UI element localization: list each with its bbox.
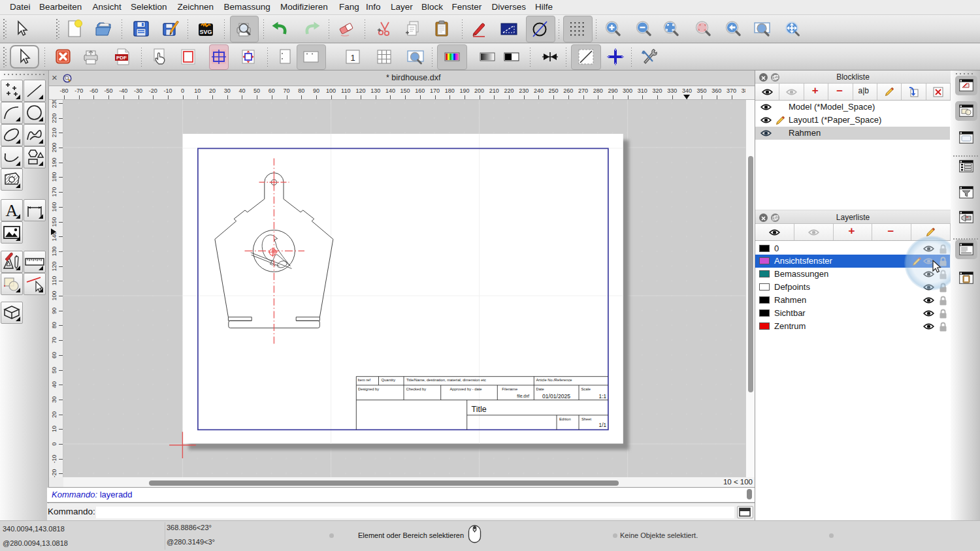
svg-text:Sheet: Sheet: [581, 417, 592, 421]
svg-text:Scale: Scale: [581, 387, 591, 391]
svg-text:PDF: PDF: [116, 55, 127, 61]
svg-text:Title: Title: [472, 405, 487, 414]
svg-text:file.dxf: file.dxf: [517, 394, 529, 398]
svg-text:Approved by - date: Approved by - date: [450, 387, 482, 391]
svg-text:Date: Date: [536, 387, 544, 391]
svg-text:Item ref: Item ref: [358, 378, 371, 382]
svg-text:1: 1: [350, 53, 355, 63]
svg-text:Article No./Reference: Article No./Reference: [536, 378, 572, 382]
svg-text:Checked by: Checked by: [406, 387, 427, 391]
svg-text:Quantity: Quantity: [382, 378, 396, 382]
svg-text:SVG: SVG: [199, 29, 212, 35]
svg-text:1/1: 1/1: [599, 422, 607, 428]
svg-text:Title/Name, destination, mater: Title/Name, destination, material, dimen…: [406, 378, 486, 382]
svg-text:1:1: 1:1: [599, 394, 607, 400]
svg-text:Edition: Edition: [559, 417, 571, 421]
svg-text:01/01/2025: 01/01/2025: [542, 393, 570, 400]
svg-text:Filename: Filename: [502, 387, 517, 391]
svg-text:A: A: [6, 201, 18, 220]
svg-text:Designed by: Designed by: [358, 387, 379, 391]
